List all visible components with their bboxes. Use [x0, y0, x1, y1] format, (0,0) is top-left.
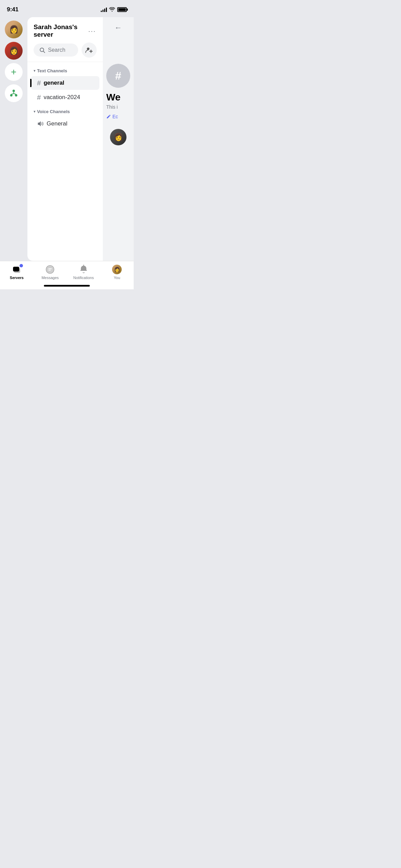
svg-marker-11	[38, 121, 41, 126]
voice-channels-header[interactable]: ▾ Voice Channels	[27, 107, 103, 116]
right-panel-peek: ← # We This i Ec 👩	[103, 17, 134, 261]
discover-icon	[9, 88, 19, 98]
search-icon	[39, 47, 45, 53]
tab-notifications-label: Notifications	[73, 276, 94, 280]
tab-servers-label: Servers	[10, 276, 24, 280]
more-options-button[interactable]: ···	[88, 25, 97, 36]
tab-messages[interactable]: Messages	[34, 265, 67, 280]
server-title-row: Sarah Jonas's server ···	[34, 23, 97, 38]
tab-bar: Servers Messages Notifications 👩	[0, 261, 134, 289]
add-member-icon	[85, 46, 93, 54]
server-avatar-1[interactable]: 👩	[5, 21, 23, 38]
channel-panel: Sarah Jonas's server ··· Search	[27, 17, 103, 261]
messages-icon-wrap	[45, 265, 55, 274]
back-arrow-icon[interactable]: ←	[114, 23, 122, 32]
chevron-down-icon-voice: ▾	[34, 109, 36, 114]
main-layout: 👩 👩 + Sarah Jona	[0, 17, 134, 261]
edit-link[interactable]: Ec	[103, 111, 134, 122]
svg-point-1	[10, 94, 13, 97]
add-member-button[interactable]	[82, 43, 97, 58]
you-avatar: 👩	[112, 265, 122, 274]
wifi-icon	[109, 7, 115, 12]
svg-line-5	[14, 94, 16, 94]
channel-list: ▾ Text Channels # general # vacation-202…	[27, 62, 103, 261]
text-channels-label: Text Channels	[37, 68, 67, 73]
tab-you[interactable]: 👩 You	[100, 265, 134, 280]
tab-servers[interactable]: Servers	[0, 265, 34, 280]
channel-item-vacation[interactable]: # vacation-2024	[31, 91, 99, 104]
you-icon-wrap: 👩	[112, 265, 122, 274]
servers-icon-wrap	[12, 265, 22, 274]
voice-channel-item-general[interactable]: General	[31, 117, 99, 131]
search-row: Search	[34, 43, 97, 58]
svg-rect-17	[48, 270, 51, 270]
more-dots-icon: ···	[88, 27, 96, 35]
bell-icon	[79, 265, 88, 274]
channel-name-general: general	[44, 80, 64, 86]
server-title: Sarah Jonas's server	[34, 23, 88, 38]
messages-icon	[45, 265, 55, 274]
svg-point-8	[87, 48, 89, 50]
welcome-subtitle: This i	[103, 103, 134, 111]
voice-channels-label: Voice Channels	[37, 109, 70, 114]
right-panel-avatar: 👩	[110, 129, 126, 145]
svg-rect-16	[48, 268, 52, 269]
add-server-button[interactable]: +	[5, 63, 23, 81]
battery-icon	[117, 7, 127, 12]
welcome-title: We	[103, 92, 134, 103]
hash-icon-vacation: #	[37, 94, 41, 101]
tab-messages-label: Messages	[41, 276, 59, 280]
pencil-icon	[106, 114, 111, 119]
search-placeholder: Search	[48, 47, 65, 53]
channel-header: Sarah Jonas's server ··· Search	[27, 17, 103, 62]
active-indicator	[30, 79, 32, 87]
signal-bars-icon	[101, 7, 107, 12]
svg-line-4	[11, 94, 14, 94]
svg-line-7	[43, 51, 45, 52]
voice-channels-section: ▾ Voice Channels General	[27, 107, 103, 131]
status-time: 9:41	[7, 6, 19, 13]
hash-icon-general: #	[37, 80, 41, 86]
chevron-down-icon: ▾	[34, 69, 36, 73]
plus-icon: +	[11, 67, 16, 77]
svg-point-0	[13, 90, 15, 92]
channel-item-general[interactable]: # general	[31, 76, 99, 90]
svg-point-2	[15, 94, 17, 97]
tab-notifications[interactable]: Notifications	[67, 265, 100, 280]
text-channels-section: ▾ Text Channels # general # vacation-202…	[27, 66, 103, 104]
tab-you-label: You	[114, 276, 120, 280]
notifications-icon-wrap	[79, 265, 88, 274]
discover-button[interactable]	[5, 84, 23, 102]
channel-large-icon: #	[106, 64, 130, 88]
search-bar[interactable]: Search	[34, 44, 78, 57]
servers-badge	[19, 263, 24, 268]
edit-label: Ec	[112, 114, 118, 119]
back-button-area: ←	[103, 17, 134, 36]
status-icons	[101, 7, 127, 12]
svg-point-15	[46, 266, 54, 273]
server-sidebar: 👩 👩 +	[0, 17, 27, 261]
speaker-icon	[37, 120, 44, 127]
status-bar: 9:41	[0, 0, 134, 17]
svg-rect-13	[13, 267, 19, 272]
server-avatar-2[interactable]: 👩	[5, 42, 23, 60]
voice-channel-name-general: General	[47, 120, 67, 127]
text-channels-header[interactable]: ▾ Text Channels	[27, 66, 103, 75]
channel-name-vacation: vacation-2024	[44, 94, 80, 101]
home-indicator	[44, 285, 90, 287]
